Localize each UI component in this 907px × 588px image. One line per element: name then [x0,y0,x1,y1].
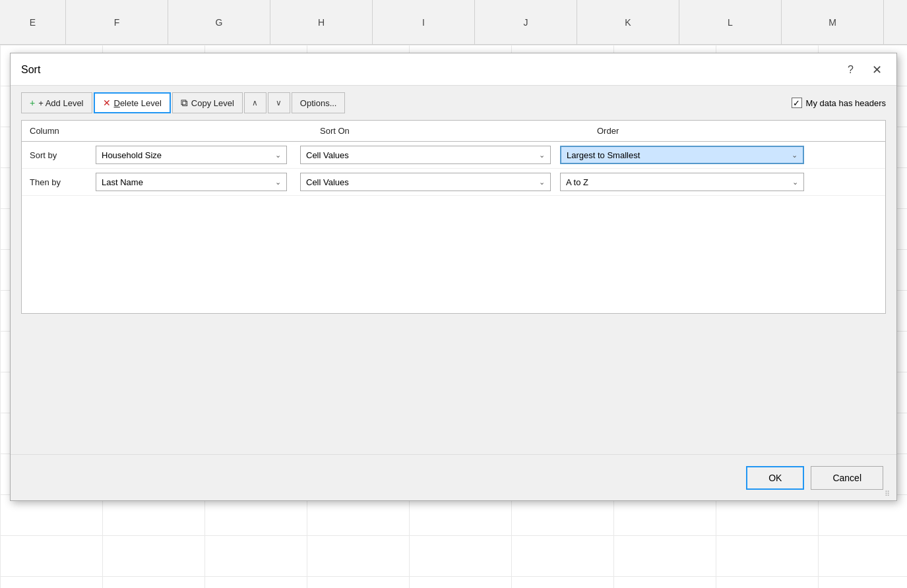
dialog-titlebar: Sort ? ✕ [11,53,896,86]
delete-level-button[interactable]: ✕ Delete Level [94,92,171,113]
options-button[interactable]: Options... [292,92,346,113]
move-down-icon: ∨ [276,98,282,107]
col-header-G: G [168,0,270,44]
resize-handle[interactable]: ⠿ [885,490,892,498]
delete-level-icon: ✕ [103,98,111,108]
ok-button[interactable]: OK [746,466,804,490]
dialog-toolbar: + + Add Level ✕ Delete Level ⧉ Copy Leve… [11,86,896,120]
then-by-sorton-dropdown[interactable]: Cell Values ⌄ [300,173,551,191]
col-header-M: M [782,0,884,44]
column-header: Column [30,126,320,136]
help-button[interactable]: ? [844,63,858,77]
then-by-order-value: A to Z [566,177,588,187]
then-by-sorton-arrow-icon: ⌄ [539,178,545,187]
move-up-button[interactable]: ∧ [244,92,266,113]
headers-checkbox[interactable]: ✓ [792,98,802,108]
sort-table: Column Sort On Order Sort by Household S… [21,120,886,314]
then-by-label: Then by [30,177,96,187]
sorton-header: Sort On [320,126,597,136]
add-level-button[interactable]: + + Add Level [21,92,92,113]
checkbox-check-icon: ✓ [793,98,800,108]
add-level-icon: + [30,98,35,108]
then-by-column-value: Last Name [102,177,143,187]
then-by-sorton-value: Cell Values [306,177,349,187]
then-by-order-arrow-icon: ⌄ [792,178,798,187]
close-button[interactable]: ✕ [868,61,886,78]
column-headers: E F G H I J K L M [0,0,907,45]
sort-by-sorton-dropdown[interactable]: Cell Values ⌄ [300,146,551,164]
headers-check-area: ✓ My data has headers [792,98,886,108]
sort-row-2: Then by Last Name ⌄ Cell Values ⌄ A to Z… [22,169,885,196]
then-by-order-dropdown[interactable]: A to Z ⌄ [560,173,804,191]
titlebar-controls: ? ✕ [844,61,886,78]
col-header-L: L [679,0,782,44]
sort-by-order-dropdown[interactable]: Largest to Smallest ⌄ [560,146,804,164]
sort-rows-area: Sort by Household Size ⌄ Cell Values ⌄ L… [22,142,885,313]
dialog-title: Sort [21,64,40,76]
copy-level-button[interactable]: ⧉ Copy Level [172,92,243,113]
col-header-F: F [66,0,168,44]
add-level-label: + Add Level [38,98,83,108]
then-by-column-arrow-icon: ⌄ [275,178,281,187]
col-header-K: K [577,0,679,44]
copy-level-label: Copy Level [191,98,234,108]
sort-by-order-arrow-icon: ⌄ [792,151,798,160]
sort-dialog: Sort ? ✕ + + Add Level ✕ Delete Level ⧉ … [10,53,897,501]
sort-by-sorton-arrow-icon: ⌄ [539,151,545,160]
sort-by-column-dropdown[interactable]: Household Size ⌄ [96,146,287,164]
col-header-I: I [373,0,475,44]
cancel-button[interactable]: Cancel [811,466,883,490]
sort-table-header: Column Sort On Order [22,121,885,142]
sort-by-label: Sort by [30,150,96,160]
col-header-J: J [475,0,577,44]
sort-by-order-value: Largest to Smallest [567,150,640,160]
options-label: Options... [300,98,337,108]
order-header: Order [597,126,885,136]
sort-by-column-value: Household Size [102,150,162,160]
sort-by-sorton-value: Cell Values [306,150,349,160]
col-header-H: H [270,0,373,44]
headers-label: My data has headers [806,98,886,108]
delete-level-label: Delete Level [114,98,162,108]
col-header-E: E [0,0,66,44]
sort-row-1: Sort by Household Size ⌄ Cell Values ⌄ L… [22,142,885,169]
sort-by-column-arrow-icon: ⌄ [275,151,281,160]
then-by-column-dropdown[interactable]: Last Name ⌄ [96,173,287,191]
move-up-icon: ∧ [252,98,258,107]
dialog-footer: OK Cancel [11,454,896,500]
move-down-button[interactable]: ∨ [268,92,290,113]
copy-level-icon: ⧉ [181,97,188,109]
